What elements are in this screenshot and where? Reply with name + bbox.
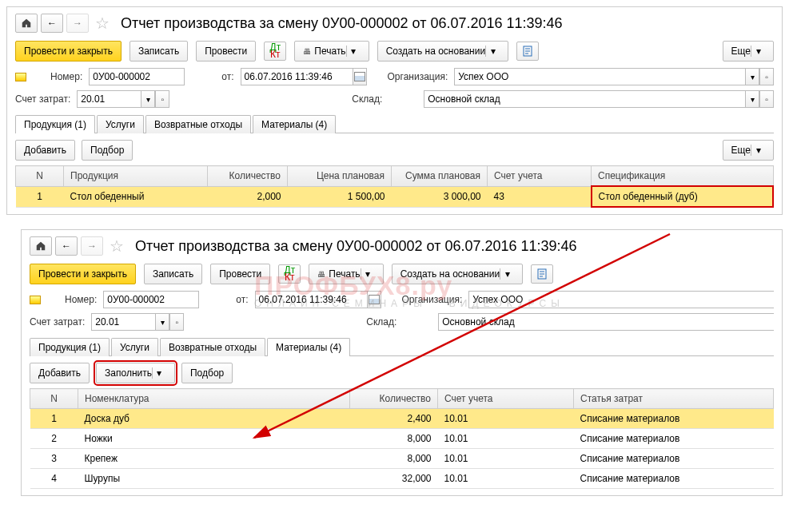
attachment-button[interactable]: [516, 42, 539, 61]
table-row[interactable]: 1 Доска дуб 2,400 10.01 Списание материа…: [30, 409, 774, 429]
costacc-input[interactable]: 20.01: [77, 90, 141, 108]
add-button[interactable]: Добавить: [30, 363, 90, 383]
add-button[interactable]: Добавить: [15, 140, 75, 161]
costacc-input[interactable]: 20.01: [91, 313, 155, 331]
costacc-open[interactable]: ▫: [169, 313, 184, 331]
create-based-button[interactable]: Создать на основании ▾: [392, 264, 524, 284]
sub-toolbar-top: Добавить Подбор Еще▾: [15, 140, 774, 161]
col-nomen: Номенклатура: [78, 389, 350, 409]
post-button[interactable]: Провести: [196, 41, 256, 62]
col-spec: Спецификация: [592, 166, 774, 187]
col-sum: Сумма плановая: [392, 166, 488, 187]
table-row[interactable]: 4 Шурупы 32,000 10.01 Списание материало…: [30, 469, 774, 489]
printer-icon: 🖶: [303, 47, 311, 56]
costacc-label: Счет затрат:: [15, 93, 70, 105]
number-label: Номер:: [50, 71, 82, 82]
print-button[interactable]: 🖶 Печать ▾: [309, 264, 383, 284]
tab-materials[interactable]: Материалы (4): [267, 338, 350, 356]
cell-qty: 2,000: [208, 186, 288, 207]
cell-acc: 10.01: [438, 469, 574, 489]
tab-products[interactable]: Продукция (1): [15, 115, 95, 133]
dtkt-button[interactable]: ДтКт: [264, 42, 286, 61]
field-row-1b: Номер: 0У00-000002 от: 06.07.2016 11:39:…: [30, 291, 774, 308]
cell-n: 4: [30, 469, 78, 489]
warehouse-input[interactable]: Основной склад: [438, 313, 774, 331]
warehouse-label: Склад:: [352, 93, 382, 105]
home-button[interactable]: [30, 236, 52, 256]
more-button-sub[interactable]: Еще▾: [723, 140, 774, 161]
warehouse-open[interactable]: ▫: [759, 90, 774, 108]
print-button[interactable]: 🖶 Печать ▾: [294, 41, 369, 62]
note-icon[interactable]: [30, 296, 41, 304]
tab-waste[interactable]: Возвратные отходы: [145, 115, 251, 133]
col-n: N: [16, 166, 64, 187]
org-input[interactable]: Успех ООО: [468, 291, 774, 308]
warehouse-dropdown[interactable]: ▾: [745, 90, 759, 108]
page-title-2: Отчет производства за смену 0У00-000002 …: [135, 238, 577, 255]
cell-n: 1: [30, 409, 78, 429]
note-icon[interactable]: [15, 73, 26, 81]
number-input[interactable]: 0У00-000002: [89, 68, 185, 85]
more-button[interactable]: Еще▾: [723, 41, 774, 62]
table-row[interactable]: 1 Стол обеденный 2,000 1 500,00 3 000,00…: [16, 186, 774, 207]
number-label: Номер:: [65, 294, 97, 305]
org-open[interactable]: ▫: [759, 68, 774, 85]
fill-button[interactable]: Заполнить▾: [96, 363, 175, 383]
attachment-button[interactable]: [531, 264, 553, 284]
warehouse-label: Склад:: [366, 316, 396, 328]
warehouse-input[interactable]: Основной склад: [424, 90, 745, 108]
cell-sum: 3 000,00: [392, 186, 488, 207]
post-close-button[interactable]: Провести и закрыть: [30, 264, 136, 284]
org-input[interactable]: Успех ООО: [454, 68, 745, 85]
sub-toolbar-bottom: Добавить Заполнить▾ Подбор: [30, 363, 774, 383]
date-input[interactable]: 06.07.2016 11:39:46: [255, 291, 367, 308]
tab-products[interactable]: Продукция (1): [30, 338, 110, 356]
table-row[interactable]: 3 Крепеж 8,000 10.01 Списание материалов: [30, 449, 774, 469]
main-toolbar-2: Провести и закрыть Записать Провести ДтК…: [30, 264, 774, 284]
pick-button[interactable]: Подбор: [82, 140, 133, 161]
costacc-open[interactable]: ▫: [155, 90, 169, 108]
from-label: от:: [221, 71, 233, 82]
col-qty: Количество: [208, 166, 288, 187]
pick-button[interactable]: Подбор: [181, 363, 233, 383]
cell-n: 1: [16, 186, 64, 207]
fwd-button[interactable]: →: [66, 14, 89, 33]
back-button[interactable]: ←: [41, 14, 63, 33]
cell-product: Стол обеденный: [64, 186, 208, 207]
date-input[interactable]: 06.07.2016 11:39:46: [241, 68, 353, 85]
cell-spec: Стол обеденный (дуб): [592, 186, 774, 207]
costacc-dropdown[interactable]: ▾: [155, 313, 169, 331]
titlebar: ← → ☆ Отчет производства за смену 0У00-0…: [15, 14, 774, 33]
cell-qty: 2,400: [350, 409, 438, 429]
costacc-dropdown[interactable]: ▾: [141, 90, 155, 108]
calendar-button[interactable]: [367, 291, 381, 308]
tab-materials[interactable]: Материалы (4): [253, 115, 336, 133]
save-button[interactable]: Записать: [130, 41, 188, 62]
main-toolbar: Провести и закрыть Записать Провести ДтК…: [15, 41, 774, 62]
org-label: Организация:: [402, 294, 463, 305]
post-close-button[interactable]: Провести и закрыть: [15, 41, 122, 62]
fwd-button[interactable]: →: [81, 236, 103, 256]
org-dropdown[interactable]: ▾: [745, 68, 759, 85]
number-input[interactable]: 0У00-000002: [103, 291, 199, 308]
cell-costitem: Списание материалов: [574, 469, 774, 489]
save-button[interactable]: Записать: [144, 264, 202, 284]
tabs-bottom: Продукция (1) Услуги Возвратные отходы М…: [30, 337, 774, 356]
dtkt-button[interactable]: ДтКт: [278, 264, 301, 284]
cell-nomen: Шурупы: [78, 469, 350, 489]
tab-services[interactable]: Услуги: [97, 115, 144, 133]
home-button[interactable]: [15, 14, 38, 33]
col-qty: Количество: [350, 389, 438, 409]
post-button[interactable]: Провести: [210, 264, 270, 284]
back-button[interactable]: ←: [55, 236, 78, 256]
create-based-button[interactable]: Создать на основании ▾: [377, 41, 509, 62]
tab-waste[interactable]: Возвратные отходы: [160, 338, 265, 356]
favorite-icon[interactable]: ☆: [110, 236, 124, 256]
table-row[interactable]: 2 Ножки 8,000 10.01 Списание материалов: [30, 429, 774, 449]
tab-services[interactable]: Услуги: [111, 338, 158, 356]
calendar-button[interactable]: [353, 68, 367, 85]
org-label: Организация:: [388, 71, 448, 82]
cell-costitem: Списание материалов: [574, 449, 774, 469]
col-price: Цена плановая: [288, 166, 392, 187]
favorite-icon[interactable]: ☆: [95, 14, 110, 33]
